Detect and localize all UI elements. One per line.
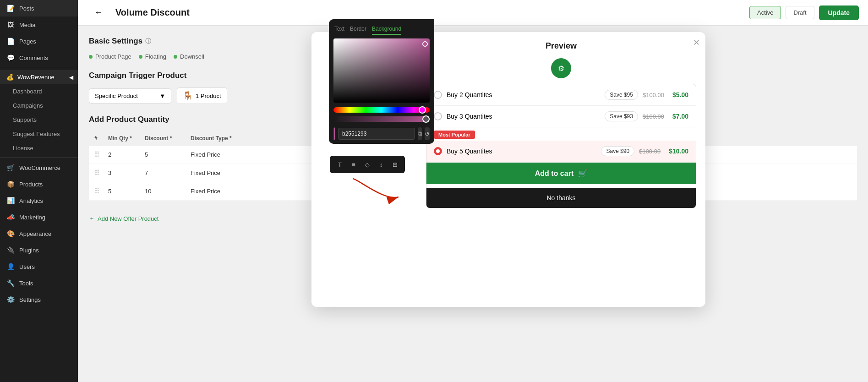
offer-label-3: Buy 5 Quantites (447, 147, 596, 155)
sidebar-item-supports[interactable]: Supports (0, 113, 78, 127)
sidebar-item-dashboard[interactable]: Dashboard (0, 84, 78, 98)
sidebar-item-label: Posts (19, 5, 34, 12)
discount-type-value: Fixed Price (191, 169, 264, 176)
no-thanks-button[interactable]: No thanks (426, 188, 696, 208)
sidebar: 📝 Posts 🖼 Media 📄 Pages 💬 Comments 💰 Wow… (0, 0, 78, 382)
sidebar-item-label: Plugins (19, 247, 39, 254)
update-button[interactable]: Update (819, 5, 859, 20)
tab-border[interactable]: Border (350, 24, 366, 35)
sidebar-item-campaigns[interactable]: Campaigns (0, 98, 78, 113)
sidebar-item-label: Settings (19, 296, 41, 303)
radio-offer-2[interactable] (434, 112, 442, 120)
dot-downsell (174, 55, 177, 59)
close-modal-button[interactable]: ✕ (693, 38, 700, 48)
discount-value: 7 (145, 169, 191, 176)
drag-handle[interactable]: ⠿ (94, 150, 108, 159)
save-badge-3: Save $90 (601, 146, 634, 156)
sale-price-1: $5.00 (672, 91, 688, 98)
sidebar-item-users[interactable]: 👤 Users (0, 258, 78, 275)
dot-floating (139, 55, 142, 59)
sidebar-item-tools[interactable]: 🔧 Tools (0, 275, 78, 291)
sidebar-sub-label: Dashboard (13, 88, 42, 95)
format-align-button[interactable]: ≡ (347, 158, 360, 171)
sidebar-item-wowrevenue[interactable]: 💰 WowRevenue ◀ (0, 70, 78, 84)
chevron-down-icon: ▼ (159, 93, 165, 99)
tab-text[interactable]: Text (334, 24, 344, 35)
format-grid-button[interactable]: ⊞ (388, 158, 401, 171)
tab-label: Floating (145, 53, 166, 60)
sidebar-item-posts[interactable]: 📝 Posts (0, 0, 78, 16)
sidebar-item-license[interactable]: License (0, 141, 78, 155)
gradient-cursor (422, 41, 428, 47)
hue-slider-wrap (329, 105, 434, 115)
popular-row-wrapper: Most Popular Buy 5 Quantites Save $90 $1… (426, 127, 696, 163)
tab-downsell[interactable]: Downsell (174, 53, 204, 60)
radio-offer-1[interactable] (434, 91, 442, 99)
tab-product-page[interactable]: Product Page (89, 53, 131, 60)
update-label: Update (828, 9, 850, 16)
info-icon: ⓘ (145, 37, 151, 45)
hex-input[interactable] (338, 128, 415, 140)
topbar-right: Active Draft Update (749, 5, 859, 20)
popular-badge: Most Popular (434, 131, 475, 139)
radio-offer-3[interactable] (434, 147, 442, 155)
add-to-cart-button[interactable]: Add to cart 🛒 (426, 163, 696, 184)
preview-title: Preview (426, 41, 696, 51)
cart-icon: 🛒 (578, 169, 587, 178)
refresh-button[interactable]: ↺ (425, 127, 430, 140)
save-badge-2: Save $93 (605, 111, 638, 121)
alpha-slider[interactable] (333, 116, 430, 122)
discount-value: 10 (145, 188, 191, 195)
tab-background[interactable]: Background (372, 24, 401, 35)
product-emoji-icon: 🪑 (183, 91, 193, 101)
gear-button[interactable]: ⚙ (551, 58, 571, 78)
settings-icon: ⚙️ (6, 296, 15, 303)
draft-status-button[interactable]: Draft (786, 6, 814, 19)
drag-handle[interactable]: ⠿ (94, 169, 108, 177)
specific-product-dropdown[interactable]: Specific Product ▼ (89, 88, 171, 104)
pages-icon: 📄 (6, 38, 15, 45)
sidebar-item-appearance[interactable]: 🎨 Appearance (0, 225, 78, 242)
sidebar-item-suggest-features[interactable]: Suggest Features (0, 127, 78, 141)
sidebar-sub-label: Supports (13, 116, 37, 123)
sidebar-item-marketing[interactable]: 📣 Marketing (0, 209, 78, 225)
discount-type-value: Fixed Price (191, 151, 264, 158)
tab-floating[interactable]: Floating (139, 53, 166, 60)
sidebar-item-woocommerce[interactable]: 🛒 WooCommerce (0, 159, 78, 176)
active-status-label: Active (757, 9, 773, 16)
no-thanks-label: No thanks (546, 194, 575, 202)
format-spacing-button[interactable]: ↕ (375, 158, 388, 171)
tab-label: Product Page (95, 53, 131, 60)
col-min-qty: Min Qty * (108, 135, 145, 142)
col-hash: # (94, 135, 108, 142)
sidebar-item-products[interactable]: 📦 Products (0, 176, 78, 192)
sidebar-divider (0, 68, 78, 68)
sidebar-sub-label: License (13, 145, 33, 152)
drag-handle[interactable]: ⠿ (94, 187, 108, 196)
offer-row-3[interactable]: Buy 5 Quantites Save $90 $100.00 $10.00 (426, 141, 696, 162)
active-status-button[interactable]: Active (749, 6, 781, 19)
sidebar-item-media[interactable]: 🖼 Media (0, 16, 78, 33)
hue-slider[interactable] (333, 107, 430, 113)
sidebar-item-comments[interactable]: 💬 Comments (0, 49, 78, 66)
sidebar-item-label: Media (19, 22, 35, 28)
offer-row-2[interactable]: Buy 3 Quantites Save $93 $100.00 $7.00 (426, 106, 696, 127)
offer-row-1[interactable]: Buy 2 Quantites Save $95 $100.00 $5.00 (426, 84, 696, 106)
color-gradient-picker[interactable] (333, 38, 430, 103)
format-shape-button[interactable]: ◇ (361, 158, 374, 171)
back-button[interactable]: ← (87, 5, 110, 20)
sidebar-item-analytics[interactable]: 📊 Analytics (0, 192, 78, 209)
min-qty-value: 5 (108, 188, 145, 195)
min-qty-value: 2 (108, 151, 145, 158)
format-text-button[interactable]: T (333, 158, 346, 171)
back-icon: ← (94, 8, 103, 17)
sidebar-item-plugins[interactable]: 🔌 Plugins (0, 242, 78, 258)
copy-button[interactable]: ⧉ (418, 127, 422, 140)
save-badge-1: Save $95 (605, 90, 638, 100)
sidebar-item-pages[interactable]: 📄 Pages (0, 33, 78, 49)
analytics-icon: 📊 (6, 197, 15, 204)
color-picker-tabs: Text Border Background (329, 19, 434, 35)
plugins-icon: 🔌 (6, 246, 15, 254)
product-count-badge: 🪑 1 Product (177, 87, 227, 104)
sidebar-item-settings[interactable]: ⚙️ Settings (0, 291, 78, 308)
